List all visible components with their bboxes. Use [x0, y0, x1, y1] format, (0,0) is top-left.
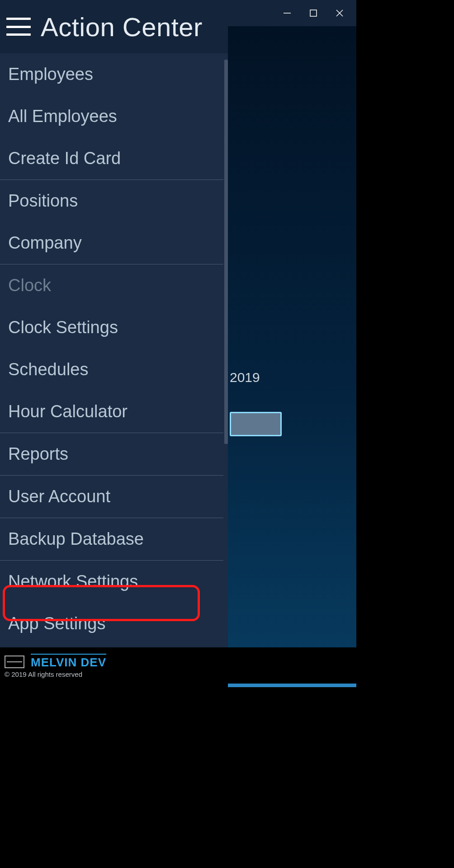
partial-button[interactable]	[230, 412, 282, 436]
sidebar-item-label: Employees	[8, 65, 93, 84]
sidebar-item-create-id-card[interactable]: Create Id Card	[0, 137, 223, 179]
sidebar-item-app-settings[interactable]: App Settings	[0, 603, 223, 645]
sidebar-item-all-employees[interactable]: All Employees	[0, 95, 223, 137]
sidebar-header: Action Center	[0, 0, 228, 53]
sidebar-item-clock[interactable]: Clock	[0, 264, 223, 307]
app-window: 2019 Action Center Employees All Employe…	[0, 0, 356, 687]
sidebar-menu: Employees All Employees Create Id Card P…	[0, 53, 228, 648]
sidebar-item-reports[interactable]: Reports	[0, 433, 223, 475]
footer-brand: MELVIN DEV	[31, 654, 106, 670]
sidebar-item-label: Create Id Card	[8, 149, 121, 168]
sidebar-item-label: Company	[8, 233, 82, 253]
sidebar-item-label: Clock	[8, 276, 51, 295]
footer-logo-icon	[5, 656, 24, 668]
maximize-button[interactable]	[300, 0, 326, 26]
svg-rect-1	[310, 10, 317, 16]
sidebar-panel: Action Center Employees All Employees Cr…	[0, 0, 228, 648]
sidebar-item-label: Schedules	[8, 360, 88, 379]
footer-copyright: © 2019 All rights reserved	[5, 670, 82, 678]
footer-bar: MELVIN DEV © 2019 All rights reserved	[0, 647, 356, 687]
sidebar-item-label: Reports	[8, 444, 68, 464]
sidebar-item-company[interactable]: Company	[0, 222, 223, 264]
sidebar-item-label: User Account	[8, 487, 110, 506]
sidebar-item-label: Network Settings	[8, 572, 138, 591]
sidebar-item-schedules[interactable]: Schedules	[0, 349, 223, 391]
sidebar-item-user-account[interactable]: User Account	[0, 476, 223, 518]
sidebar-item-label: Positions	[8, 191, 78, 211]
sidebar-item-clock-settings[interactable]: Clock Settings	[0, 307, 223, 349]
footer-accent-bar	[228, 684, 356, 687]
close-button[interactable]	[326, 0, 353, 26]
sidebar-item-label: Clock Settings	[8, 318, 118, 337]
sidebar-item-label: Hour Calculator	[8, 402, 128, 421]
sidebar-scrollbar[interactable]	[224, 60, 228, 444]
sidebar-item-employees[interactable]: Employees	[0, 53, 223, 95]
hamburger-icon[interactable]	[6, 18, 31, 36]
sidebar-item-network-settings[interactable]: Network Settings	[0, 561, 223, 603]
year-label: 2019	[230, 370, 260, 385]
sidebar-item-label: App Settings	[8, 614, 105, 633]
minimize-button[interactable]	[274, 0, 300, 26]
sidebar-item-hour-calculator[interactable]: Hour Calculator	[0, 391, 223, 433]
sidebar-item-label: Backup Database	[8, 529, 144, 549]
sidebar-item-positions[interactable]: Positions	[0, 180, 223, 222]
sidebar-item-backup-database[interactable]: Backup Database	[0, 518, 223, 560]
sidebar-item-label: All Employees	[8, 107, 117, 126]
sidebar-title: Action Center	[41, 12, 203, 42]
